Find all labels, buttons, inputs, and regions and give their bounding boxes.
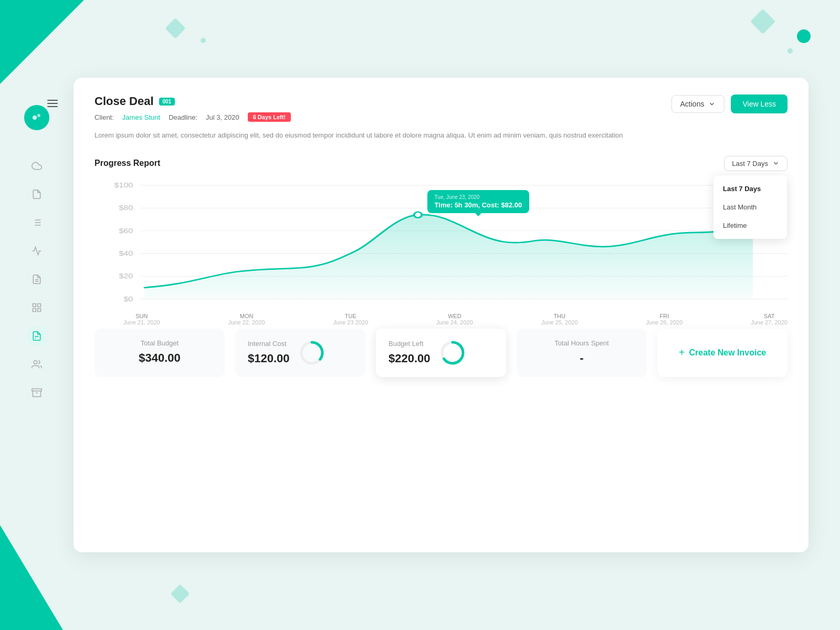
period-option-month[interactable]: Last Month	[713, 198, 787, 216]
bg-circle-2	[797, 29, 811, 43]
client-label: Client:	[94, 113, 114, 121]
main-card: Close Deal 001 Client: James Stunt Deadl…	[74, 78, 808, 552]
create-invoice-button[interactable]: + Create New Invoice	[679, 346, 766, 359]
total-hours-value: -	[580, 351, 583, 365]
total-budget-label: Total Budget	[141, 339, 178, 347]
internal-cost-value: $120.00	[248, 352, 290, 365]
period-option-7days[interactable]: Last 7 Days	[713, 180, 787, 198]
stat-card-internal-cost: Internal Cost $120.00	[235, 329, 365, 377]
svg-rect-17	[32, 389, 41, 391]
svg-text:$80: $80	[119, 204, 133, 211]
chart-svg: $100 $80 $60 $40 $20 $0	[94, 180, 788, 316]
bg-diamond-2	[750, 9, 775, 34]
period-chevron-icon	[772, 160, 780, 167]
budget-left-donut-svg	[439, 339, 466, 366]
x-label-thu: THU June 25, 2020	[541, 313, 578, 326]
svg-point-1	[37, 114, 40, 117]
total-budget-value: $340.00	[139, 351, 181, 365]
bg-circle-1	[201, 38, 206, 43]
sidebar-logo	[24, 105, 49, 130]
progress-header: Progress Report Last 7 Days Last 7 Days …	[94, 156, 788, 171]
create-invoice-label: Create New Invoice	[689, 348, 766, 358]
bottom-stats: Total Budget $340.00 Internal Cost $120.…	[94, 329, 788, 377]
deal-badge: 001	[159, 98, 175, 106]
bg-circle-3	[788, 48, 793, 54]
svg-rect-12	[38, 309, 41, 312]
create-invoice-plus: +	[679, 346, 685, 359]
svg-rect-10	[33, 304, 36, 307]
sidebar-icon-layout[interactable]	[27, 298, 46, 317]
internal-cost-donut	[298, 339, 326, 366]
deal-title: Close Deal	[94, 94, 154, 108]
header-right: Actions View Less	[671, 94, 788, 113]
svg-text:$100: $100	[114, 182, 133, 188]
create-invoice-card[interactable]: + Create New Invoice	[657, 329, 788, 377]
bg-diamond-3	[171, 584, 190, 604]
description: Lorem ipsum dolor sit amet, consectetur …	[94, 130, 788, 141]
actions-dropdown[interactable]: Actions	[671, 95, 725, 113]
stat-card-total-budget: Total Budget $340.00	[94, 329, 225, 377]
sidebar-icon-cloud[interactable]	[27, 156, 46, 175]
days-left-badge: 6 Days Left!	[248, 112, 291, 122]
sidebar-icon-archive[interactable]	[27, 383, 46, 402]
deal-title-row: Close Deal 001	[94, 94, 291, 108]
chart-area-fill	[144, 215, 753, 299]
client-name: James Stunt	[122, 113, 160, 121]
budget-left-label: Budget Left	[388, 340, 424, 348]
svg-point-16	[34, 361, 37, 364]
header-left: Close Deal 001 Client: James Stunt Deadl…	[94, 94, 291, 122]
x-label-wed: WED June 24, 2020	[436, 313, 473, 326]
hamburger-menu[interactable]	[47, 100, 58, 107]
svg-text:$60: $60	[119, 227, 133, 234]
period-label: Last 7 Days	[732, 160, 768, 167]
period-dropdown[interactable]: Last 7 Days Last 7 Days Last Month Lifet…	[724, 156, 788, 171]
deadline-date: Jul 3, 2020	[206, 113, 239, 121]
period-dropdown-menu: Last 7 Days Last Month Lifetime	[713, 175, 787, 239]
deal-meta: Client: James Stunt Deadline: Jul 3, 202…	[94, 112, 291, 122]
stat-card-budget-left: Budget Left $220.00	[376, 329, 506, 377]
svg-text:$0: $0	[123, 296, 133, 302]
actions-label: Actions	[680, 100, 705, 108]
x-label-fri: FRI June 26, 2020	[646, 313, 683, 326]
sidebar-nav	[27, 156, 46, 402]
sidebar-icon-invoice[interactable]	[27, 327, 46, 345]
period-option-lifetime[interactable]: Lifetime	[713, 216, 787, 235]
budget-left-donut	[439, 339, 466, 366]
deadline-label: Deadline:	[169, 113, 197, 121]
x-label-sun: SUN June 21, 2020	[123, 313, 160, 326]
sidebar	[0, 0, 74, 630]
bg-diamond-1	[165, 18, 186, 39]
svg-text:$40: $40	[119, 250, 133, 257]
budget-left-value: $220.00	[388, 352, 430, 365]
progress-title: Progress Report	[94, 159, 160, 168]
stat-card-total-hours: Total Hours Spent -	[517, 329, 647, 377]
total-hours-label: Total Hours Spent	[554, 339, 608, 347]
card-header: Close Deal 001 Client: James Stunt Deadl…	[94, 94, 788, 122]
x-label-sat: SAT June 27, 2020	[751, 313, 788, 326]
view-less-button[interactable]: View Less	[731, 94, 788, 113]
svg-rect-13	[33, 309, 36, 312]
sidebar-icon-users[interactable]	[27, 355, 46, 374]
internal-cost-label: Internal Cost	[248, 340, 287, 348]
x-label-tue: TUE June 23 2020	[333, 313, 368, 326]
sidebar-icon-file[interactable]	[27, 185, 46, 204]
chevron-down-icon	[708, 100, 716, 108]
svg-text:$20: $20	[119, 272, 133, 279]
svg-point-0	[33, 116, 37, 120]
sidebar-icon-activity[interactable]	[27, 242, 46, 260]
chart-point	[414, 212, 422, 218]
svg-rect-11	[38, 304, 41, 307]
sidebar-icon-document[interactable]	[27, 270, 46, 289]
chart-area: Tue, June 23, 2020 Time: 5h 30m, Cost: $…	[94, 180, 788, 316]
sidebar-icon-list[interactable]	[27, 213, 46, 232]
x-label-mon: MON June 22, 2020	[228, 313, 265, 326]
internal-cost-donut-svg	[298, 339, 326, 366]
